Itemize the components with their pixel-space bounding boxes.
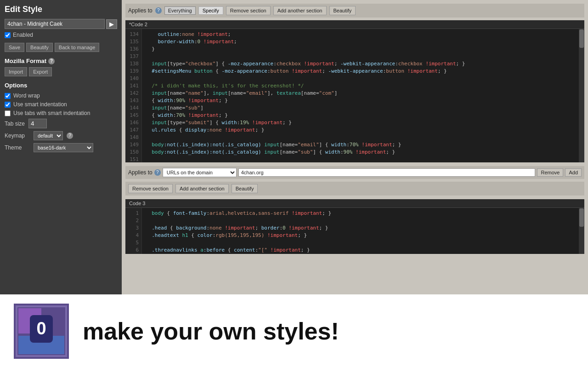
- applies-to-label-2: Applies to: [128, 169, 153, 176]
- promo-bar: 0 make your own styles!: [0, 294, 588, 368]
- applies-info-icon-2[interactable]: ?: [154, 169, 161, 176]
- applies-info-icon-1[interactable]: ?: [155, 7, 162, 14]
- line-numbers-3: 12345678: [125, 208, 142, 254]
- url-type-select[interactable]: URLs on the domain URLs matching the reg…: [163, 168, 237, 177]
- remove-section-button-2[interactable]: Remove section: [128, 184, 173, 193]
- beautify-btn-2[interactable]: Beautify: [232, 184, 258, 193]
- style-name-input[interactable]: [5, 19, 105, 29]
- applies-to-label-1: Applies to: [128, 7, 153, 14]
- tabs-checkbox[interactable]: [5, 110, 11, 116]
- code2-scrollbar[interactable]: [579, 29, 584, 162]
- code-editor-3[interactable]: 12345678 body { font-family:arial,helvet…: [125, 208, 584, 254]
- theme-label: Theme: [5, 144, 30, 151]
- import-button[interactable]: Import: [5, 67, 27, 76]
- add-url-button[interactable]: Add: [565, 168, 582, 177]
- beautify-btn-1[interactable]: Beautify: [329, 6, 356, 15]
- section2-bar: Remove section Add another section Beaut…: [125, 182, 584, 196]
- tabs-label: Use tabs with smart indentation: [13, 110, 90, 116]
- code-content-3[interactable]: body { font-family:arial,helvetica,sans-…: [142, 208, 584, 254]
- code-title-3: Code 3: [125, 199, 584, 208]
- main-content: Applies to ? Everything Specify Remove s…: [122, 0, 588, 294]
- keymap-label: Keymap: [5, 132, 30, 139]
- remove-url-button[interactable]: Remove: [537, 168, 563, 177]
- sidebar: Edit Style ▶ Enabled Save Beautify Back …: [0, 0, 122, 294]
- word-wrap-checkbox[interactable]: [5, 93, 11, 99]
- smart-indent-checkbox[interactable]: [5, 102, 11, 108]
- smart-indent-label: Use smart indentation: [13, 101, 67, 108]
- format-info-icon[interactable]: ?: [48, 58, 55, 64]
- page-title: Edit Style: [5, 5, 117, 14]
- specify-button-1[interactable]: Specify: [198, 6, 223, 15]
- format-title: Mozilla Format: [5, 58, 46, 64]
- section1-bar: Applies to ? Everything Specify Remove s…: [125, 4, 584, 17]
- back-to-manage-button[interactable]: Back to manage: [55, 43, 100, 52]
- promo-icon: 0: [14, 304, 69, 359]
- theme-select[interactable]: base16-dark default monokai: [34, 143, 93, 152]
- code-editor-2[interactable]: 134135136137138 139140141142143 14414514…: [125, 29, 584, 162]
- promo-text: make your own styles!: [83, 317, 339, 345]
- save-button[interactable]: Save: [5, 43, 24, 52]
- svg-text:0: 0: [36, 319, 46, 338]
- code-title-2: *Code 2: [125, 20, 584, 29]
- promo-svg: 0: [14, 304, 69, 359]
- code-section-2: *Code 2 134135136137138 139140141142143 …: [125, 20, 584, 162]
- options-title: Options: [5, 82, 117, 89]
- style-arrow-button[interactable]: ▶: [106, 19, 117, 29]
- code3-scrollbar[interactable]: [579, 208, 584, 254]
- beautify-button[interactable]: Beautify: [26, 43, 53, 52]
- word-wrap-label: Word wrap: [13, 92, 40, 99]
- tab-size-input[interactable]: [28, 119, 47, 128]
- add-section-button-1[interactable]: Add another section: [273, 6, 327, 15]
- url-input[interactable]: [238, 168, 536, 177]
- line-numbers-2: 134135136137138 139140141142143 14414514…: [125, 29, 142, 162]
- tab-size-label: Tab size: [5, 121, 25, 127]
- enabled-checkbox[interactable]: [5, 32, 11, 38]
- enabled-label: Enabled: [13, 32, 33, 38]
- remove-section-button-1[interactable]: Remove section: [226, 6, 271, 15]
- code-content-2[interactable]: outline:none !important; border-width:0 …: [142, 29, 584, 162]
- everything-button-1[interactable]: Everything: [164, 6, 196, 15]
- export-button[interactable]: Export: [29, 67, 52, 76]
- section2-url-bar: Applies to ? URLs on the domain URLs mat…: [125, 166, 584, 179]
- keymap-select[interactable]: default vim emacs: [34, 131, 63, 140]
- keymap-info-icon[interactable]: ?: [67, 132, 73, 139]
- code-section-3: Code 3 12345678 body { font-family:arial…: [125, 199, 584, 254]
- add-section-button-2[interactable]: Add another section: [175, 184, 229, 193]
